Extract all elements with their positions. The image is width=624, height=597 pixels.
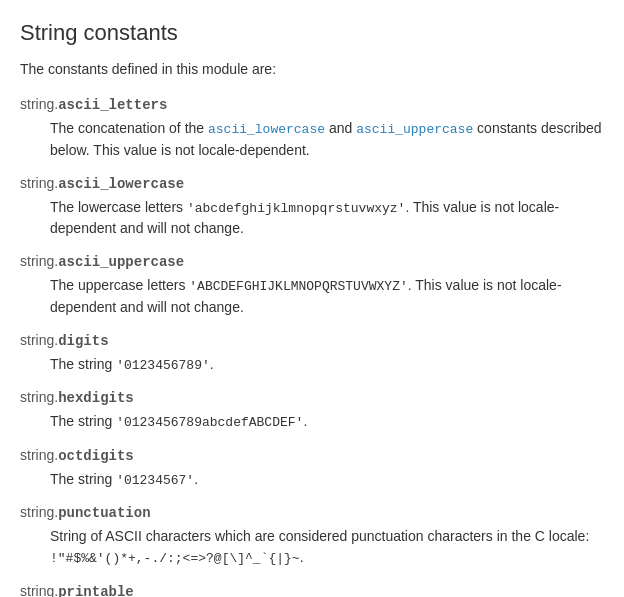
entry-body-hexdigits: The string '0123456789abcdefABCDEF'. [50, 411, 604, 433]
entry-printable: string.printable String of ASCII charact… [20, 581, 604, 598]
entry-name: ascii_letters [58, 97, 167, 113]
page-intro: The constants defined in this module are… [20, 59, 604, 80]
entry-digits: string.digits The string '0123456789'. [20, 330, 604, 376]
entry-header-punctuation: string.punctuation [20, 502, 604, 524]
entry-desc: The string '01234567'. [50, 469, 604, 491]
module-prefix: string. [20, 253, 58, 269]
entry-body-ascii-lowercase: The lowercase letters 'abcdefghijklmnopq… [50, 197, 604, 240]
entry-header-ascii-uppercase: string.ascii_uppercase [20, 251, 604, 273]
link-ascii-uppercase[interactable]: ascii_uppercase [356, 122, 473, 137]
entry-body-ascii-uppercase: The uppercase letters 'ABCDEFGHIJKLMNOPQ… [50, 275, 604, 318]
entry-header-octdigits: string.octdigits [20, 445, 604, 467]
entry-header-printable: string.printable [20, 581, 604, 598]
entry-header-digits: string.digits [20, 330, 604, 352]
entry-desc: The string '0123456789abcdefABCDEF'. [50, 411, 604, 433]
code-value: '0123456789' [116, 358, 210, 373]
entry-name: ascii_uppercase [58, 254, 184, 270]
entry-desc: The lowercase letters 'abcdefghijklmnopq… [50, 197, 604, 240]
entry-header-ascii-letters: string.ascii_letters [20, 94, 604, 116]
entry-desc: The uppercase letters 'ABCDEFGHIJKLMNOPQ… [50, 275, 604, 318]
entry-punctuation: string.punctuation String of ASCII chara… [20, 502, 604, 569]
entry-ascii-uppercase: string.ascii_uppercase The uppercase let… [20, 251, 604, 318]
entry-name: octdigits [58, 448, 134, 464]
entry-desc: The concatenation of the ascii_lowercase… [50, 118, 604, 161]
entry-octdigits: string.octdigits The string '01234567'. [20, 445, 604, 491]
link-ascii-lowercase[interactable]: ascii_lowercase [208, 122, 325, 137]
module-prefix: string. [20, 389, 58, 405]
entry-body-digits: The string '0123456789'. [50, 354, 604, 376]
code-value: '0123456789abcdefABCDEF' [116, 415, 303, 430]
code-value: '01234567' [116, 473, 194, 488]
entry-header-hexdigits: string.hexdigits [20, 387, 604, 409]
page-title: String constants [20, 16, 604, 49]
entry-body-punctuation: String of ASCII characters which are con… [50, 526, 604, 569]
module-prefix: string. [20, 332, 58, 348]
module-prefix: string. [20, 504, 58, 520]
entry-desc: The string '0123456789'. [50, 354, 604, 376]
code-value: !"#$%&'()*+,-./:;<=>?@[\]^_`{|}~ [50, 551, 300, 566]
entry-ascii-letters: string.ascii_letters The concatenation o… [20, 94, 604, 161]
entry-body-octdigits: The string '01234567'. [50, 469, 604, 491]
module-prefix: string. [20, 96, 58, 112]
module-prefix: string. [20, 175, 58, 191]
entry-name: punctuation [58, 505, 150, 521]
module-prefix: string. [20, 447, 58, 463]
entry-header-ascii-lowercase: string.ascii_lowercase [20, 173, 604, 195]
entry-name: hexdigits [58, 390, 134, 406]
entry-body-ascii-letters: The concatenation of the ascii_lowercase… [50, 118, 604, 161]
module-prefix: string. [20, 583, 58, 598]
entry-name: printable [58, 584, 134, 598]
entry-ascii-lowercase: string.ascii_lowercase The lowercase let… [20, 173, 604, 240]
entry-name: digits [58, 333, 108, 349]
code-value: 'abcdefghijklmnopqrstuvwxyz' [187, 201, 405, 216]
code-value: 'ABCDEFGHIJKLMNOPQRSTUVWXYZ' [189, 279, 407, 294]
entry-desc: String of ASCII characters which are con… [50, 526, 604, 569]
entry-hexdigits: string.hexdigits The string '0123456789a… [20, 387, 604, 433]
entry-name: ascii_lowercase [58, 176, 184, 192]
